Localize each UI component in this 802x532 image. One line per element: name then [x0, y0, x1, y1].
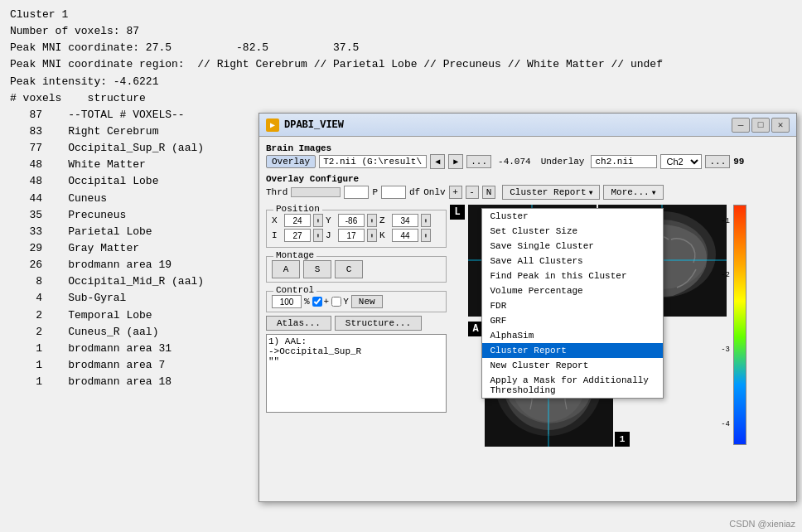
overlay-configure-row: Thrd P df Onlv + - N Cluster Report ▼: [266, 185, 790, 200]
i-input[interactable]: [284, 229, 311, 242]
terminal-line-17: 8 Occipital_Mid_R (aal): [10, 275, 204, 288]
menu-item-cluster[interactable]: Cluster: [482, 209, 663, 224]
y-checkbox-label: Y: [343, 297, 349, 307]
terminal-line-19: 2 Temporal Lobe: [10, 309, 152, 322]
terminal-line-18: 4 Sub-Gyral: [10, 292, 126, 304]
menu-item-volume-percentage[interactable]: Volume Percentage: [482, 283, 663, 298]
menu-item-fdr[interactable]: FDR: [482, 298, 663, 313]
a-montage-button[interactable]: A: [272, 260, 300, 278]
terminal-line-22: 1 brodmann area 7: [10, 359, 165, 371]
close-button[interactable]: ✕: [771, 118, 790, 133]
j-input[interactable]: [338, 229, 365, 242]
p-label: P: [372, 187, 378, 197]
atlas-text-area[interactable]: 1) AAL: ->Occipital_Sup_R "": [266, 334, 447, 413]
y-spin-icon[interactable]: ⬆: [367, 214, 377, 227]
overlay-configure-label: Overlay Configure: [266, 174, 359, 184]
overlay-dots-button[interactable]: ...: [466, 155, 491, 168]
dpabi-icon: ▶: [266, 118, 279, 132]
y-checkbox[interactable]: [331, 297, 341, 307]
minus-button[interactable]: -: [466, 186, 479, 199]
dpabi-window: ▶ DPABI_VIEW — □ ✕ Brain Images Overlay …: [258, 113, 797, 502]
title-buttons: — □ ✕: [732, 118, 790, 133]
terminal-line-20: 2 Cuneus_R (aal): [10, 326, 158, 338]
terminal-line-8: 83 Right Cerebrum: [10, 125, 158, 138]
montage-label: Montage: [273, 250, 316, 260]
maximize-button[interactable]: □: [751, 118, 770, 133]
menu-item-cluster-report[interactable]: Cluster Report: [482, 343, 663, 358]
title-bar-left: ▶ DPABI_VIEW: [266, 118, 344, 132]
k-input[interactable]: [392, 229, 418, 242]
colorbar-wrapper: -1 -2 -3 -4: [733, 205, 746, 445]
terminal-line-1: Cluster 1: [10, 8, 68, 21]
z-input[interactable]: [392, 214, 418, 227]
j-spin-icon[interactable]: ⬆: [367, 229, 377, 242]
ch2-select[interactable]: Ch2: [660, 154, 702, 169]
menu-item-grf[interactable]: GRF: [482, 313, 663, 328]
overlay-button[interactable]: Overlay: [266, 155, 316, 168]
plus-checkbox-item: +: [312, 297, 330, 307]
y-checkbox-item: Y: [331, 297, 349, 307]
terminal-line-15: 29 Gray Matter: [10, 242, 139, 254]
nav-right-button[interactable]: ▶: [448, 154, 463, 169]
terminal-line-2: Number of voxels: 87: [10, 25, 139, 37]
brain-images-section: Brain Images Overlay ◀ ▶ ... -4.074 Unde…: [266, 142, 790, 169]
montage-section: Montage A S C: [266, 256, 447, 283]
terminal-line-5: Peak intensity: -4.6221: [10, 75, 158, 88]
window-content: Brain Images Overlay ◀ ▶ ... -4.074 Unde…: [259, 137, 796, 452]
left-controls: Position X ⬆ Y ⬆ Z ⬆ I: [266, 205, 447, 447]
watermark: CSDN @xieniaz: [729, 519, 795, 529]
threshold-slider[interactable]: [291, 187, 341, 197]
structure-button[interactable]: Structure...: [335, 316, 422, 331]
s-montage-button[interactable]: S: [303, 260, 331, 278]
minimize-button[interactable]: —: [732, 118, 750, 133]
c-montage-button[interactable]: C: [335, 260, 363, 278]
menu-item-set-cluster-size[interactable]: Set Cluster Size: [482, 224, 663, 239]
threshold-input[interactable]: [344, 186, 369, 199]
atlas-button[interactable]: Atlas...: [266, 316, 331, 331]
terminal-line-14: 33 Parietal Lobe: [10, 225, 152, 238]
position-section: Position X ⬆ Y ⬆ Z ⬆ I: [266, 210, 447, 248]
new-button[interactable]: New: [351, 295, 383, 308]
menu-item-new-cluster-report[interactable]: New Cluster Report: [482, 358, 663, 373]
x-input[interactable]: [284, 214, 311, 227]
cluster-report-button[interactable]: Cluster Report ▼: [502, 185, 600, 200]
plus-checkbox[interactable]: [312, 297, 322, 307]
menu-item-apply-mask[interactable]: Apply a Mask for Additionally Thresholdi…: [482, 373, 663, 398]
dropdown-area: Cluster Report ▼ More... ▼ Cluster Set C…: [502, 185, 663, 200]
underlay-file-input[interactable]: [591, 155, 657, 168]
dropdown-menu: Cluster Set Cluster Size Save Single Clu…: [481, 208, 664, 399]
menu-item-alphasim[interactable]: AlphaSim: [482, 328, 663, 343]
i-label: I: [272, 230, 282, 240]
l-label-container: L: [450, 205, 465, 447]
terminal-line-23: 1 brodmann area 18: [10, 375, 172, 388]
window-title: DPABI_VIEW: [284, 119, 344, 131]
percent-input[interactable]: [272, 295, 302, 308]
z-spin-icon[interactable]: ⬆: [421, 214, 431, 227]
y-label: Y: [326, 215, 336, 225]
colorbar: [733, 205, 746, 445]
y-input[interactable]: [338, 214, 365, 227]
file-path-input[interactable]: [319, 155, 427, 168]
menu-item-find-peak[interactable]: Find Peak in this Cluster: [482, 268, 663, 283]
montage-buttons-row: A S C: [272, 260, 441, 278]
terminal-line-12: 44 Cuneus: [10, 192, 107, 205]
x-spin-icon[interactable]: ⬆: [313, 214, 323, 227]
menu-item-save-single-cluster[interactable]: Save Single Cluster: [482, 239, 663, 254]
terminal-line-7: 87 --TOTAL # VOXELS--: [10, 109, 185, 121]
nav-left-button[interactable]: ◀: [430, 154, 445, 169]
plus-button[interactable]: +: [449, 186, 462, 199]
underlay-dots-button[interactable]: ...: [705, 155, 730, 168]
cluster-report-label: Cluster Report: [510, 187, 586, 197]
thrd-label: Thrd: [266, 187, 287, 197]
terminal-line-13: 35 Precuneus: [10, 209, 126, 221]
terminal-line-9: 77 Occipital_Sup_R (aal): [10, 142, 204, 154]
i-spin-icon[interactable]: ⬆: [313, 229, 323, 242]
n-button[interactable]: N: [482, 186, 496, 199]
plus-checkbox-label: +: [324, 297, 330, 307]
p-input[interactable]: [381, 186, 406, 199]
k-spin-icon[interactable]: ⬆: [421, 229, 431, 242]
more-button[interactable]: More... ▼: [603, 185, 663, 200]
colorbar-label-3: -3: [721, 346, 730, 354]
menu-item-save-all-clusters[interactable]: Save All Clusters: [482, 254, 663, 268]
terminal-line-21: 1 brodmann area 31: [10, 342, 172, 355]
